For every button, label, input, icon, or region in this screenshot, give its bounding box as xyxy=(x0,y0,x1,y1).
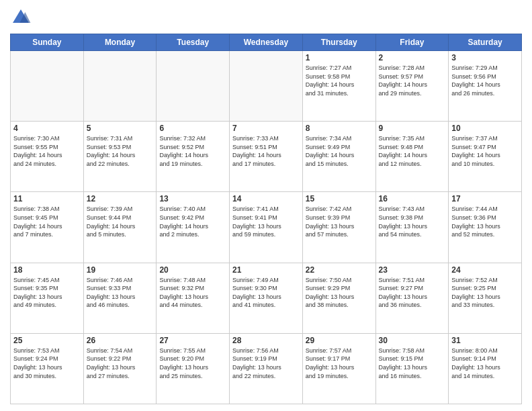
day-of-week-header: Monday xyxy=(83,34,157,51)
day-number: 5 xyxy=(87,124,154,133)
calendar-cell: 27Sunrise: 7:55 AM Sunset: 9:20 PM Dayli… xyxy=(157,333,230,404)
calendar-cell: 15Sunrise: 7:42 AM Sunset: 9:39 PM Dayli… xyxy=(302,192,375,263)
day-of-week-header: Friday xyxy=(375,34,449,51)
day-number: 26 xyxy=(87,336,154,345)
day-number: 30 xyxy=(379,336,446,345)
day-info: Sunrise: 7:29 AM Sunset: 9:56 PM Dayligh… xyxy=(451,64,519,97)
calendar-cell: 12Sunrise: 7:39 AM Sunset: 9:44 PM Dayli… xyxy=(83,192,157,263)
calendar-cell: 21Sunrise: 7:49 AM Sunset: 9:30 PM Dayli… xyxy=(230,263,303,333)
day-number: 7 xyxy=(232,124,300,133)
calendar-cell: 9Sunrise: 7:35 AM Sunset: 9:48 PM Daylig… xyxy=(375,122,449,192)
day-info: Sunrise: 7:42 AM Sunset: 9:39 PM Dayligh… xyxy=(306,205,373,238)
day-of-week-header: Wednesday xyxy=(230,34,303,51)
calendar-cell: 18Sunrise: 7:45 AM Sunset: 9:35 PM Dayli… xyxy=(11,263,84,333)
calendar-cell: 10Sunrise: 7:37 AM Sunset: 9:47 PM Dayli… xyxy=(449,122,522,192)
day-info: Sunrise: 7:49 AM Sunset: 9:30 PM Dayligh… xyxy=(232,276,300,310)
calendar-cell: 16Sunrise: 7:43 AM Sunset: 9:38 PM Dayli… xyxy=(375,192,449,263)
calendar-cell: 6Sunrise: 7:32 AM Sunset: 9:52 PM Daylig… xyxy=(157,122,230,192)
calendar-cell: 24Sunrise: 7:52 AM Sunset: 9:25 PM Dayli… xyxy=(449,263,522,333)
day-info: Sunrise: 7:50 AM Sunset: 9:29 PM Dayligh… xyxy=(306,276,373,310)
logo-icon xyxy=(10,7,32,28)
day-info: Sunrise: 7:39 AM Sunset: 9:44 PM Dayligh… xyxy=(87,205,154,238)
day-info: Sunrise: 7:56 AM Sunset: 9:19 PM Dayligh… xyxy=(232,347,300,380)
day-info: Sunrise: 7:33 AM Sunset: 9:51 PM Dayligh… xyxy=(232,134,300,168)
calendar-cell xyxy=(83,51,157,122)
calendar-cell: 19Sunrise: 7:46 AM Sunset: 9:33 PM Dayli… xyxy=(83,263,157,333)
calendar-week-row: 25Sunrise: 7:53 AM Sunset: 9:24 PM Dayli… xyxy=(11,333,522,404)
day-info: Sunrise: 7:54 AM Sunset: 9:22 PM Dayligh… xyxy=(87,347,154,380)
day-number: 20 xyxy=(159,265,226,275)
day-of-week-header: Sunday xyxy=(11,34,84,51)
day-of-week-header: Thursday xyxy=(302,34,375,51)
day-info: Sunrise: 7:57 AM Sunset: 9:17 PM Dayligh… xyxy=(306,347,373,380)
day-info: Sunrise: 7:48 AM Sunset: 9:32 PM Dayligh… xyxy=(159,276,226,310)
day-info: Sunrise: 7:53 AM Sunset: 9:24 PM Dayligh… xyxy=(13,347,81,380)
page: SundayMondayTuesdayWednesdayThursdayFrid… xyxy=(0,0,532,411)
day-of-week-header: Tuesday xyxy=(157,34,230,51)
calendar-cell: 2Sunrise: 7:28 AM Sunset: 9:57 PM Daylig… xyxy=(375,51,449,122)
calendar-cell xyxy=(230,51,303,122)
day-number: 31 xyxy=(451,336,519,345)
day-info: Sunrise: 7:27 AM Sunset: 9:58 PM Dayligh… xyxy=(306,64,373,97)
day-number: 1 xyxy=(306,53,373,62)
day-info: Sunrise: 7:51 AM Sunset: 9:27 PM Dayligh… xyxy=(379,276,446,310)
calendar-cell: 17Sunrise: 7:44 AM Sunset: 9:36 PM Dayli… xyxy=(449,192,522,263)
calendar-week-row: 1Sunrise: 7:27 AM Sunset: 9:58 PM Daylig… xyxy=(11,51,522,122)
day-info: Sunrise: 7:52 AM Sunset: 9:25 PM Dayligh… xyxy=(451,276,519,310)
day-number: 10 xyxy=(451,124,519,133)
calendar-cell: 13Sunrise: 7:40 AM Sunset: 9:42 PM Dayli… xyxy=(157,192,230,263)
day-number: 8 xyxy=(306,124,373,133)
calendar-cell xyxy=(157,51,230,122)
day-number: 15 xyxy=(306,194,373,203)
day-info: Sunrise: 7:45 AM Sunset: 9:35 PM Dayligh… xyxy=(13,276,81,310)
day-number: 22 xyxy=(306,265,373,275)
day-number: 11 xyxy=(13,194,81,203)
day-number: 13 xyxy=(159,194,226,203)
day-number: 27 xyxy=(159,336,226,345)
day-info: Sunrise: 7:30 AM Sunset: 9:55 PM Dayligh… xyxy=(13,134,81,168)
day-number: 28 xyxy=(232,336,300,345)
day-number: 4 xyxy=(13,124,81,133)
day-info: Sunrise: 7:41 AM Sunset: 9:41 PM Dayligh… xyxy=(232,205,300,238)
day-info: Sunrise: 7:58 AM Sunset: 9:15 PM Dayligh… xyxy=(379,347,446,380)
day-number: 3 xyxy=(451,53,519,62)
calendar-cell: 20Sunrise: 7:48 AM Sunset: 9:32 PM Dayli… xyxy=(157,263,230,333)
calendar-cell: 1Sunrise: 7:27 AM Sunset: 9:58 PM Daylig… xyxy=(302,51,375,122)
calendar-cell: 14Sunrise: 7:41 AM Sunset: 9:41 PM Dayli… xyxy=(230,192,303,263)
day-number: 23 xyxy=(379,265,446,275)
day-info: Sunrise: 7:55 AM Sunset: 9:20 PM Dayligh… xyxy=(159,347,226,380)
calendar-cell: 8Sunrise: 7:34 AM Sunset: 9:49 PM Daylig… xyxy=(302,122,375,192)
calendar-cell: 29Sunrise: 7:57 AM Sunset: 9:17 PM Dayli… xyxy=(302,333,375,404)
day-info: Sunrise: 7:46 AM Sunset: 9:33 PM Dayligh… xyxy=(87,276,154,310)
day-number: 18 xyxy=(13,265,81,275)
day-info: Sunrise: 7:34 AM Sunset: 9:49 PM Dayligh… xyxy=(306,134,373,168)
day-info: Sunrise: 7:44 AM Sunset: 9:36 PM Dayligh… xyxy=(451,205,519,238)
calendar-table: SundayMondayTuesdayWednesdayThursdayFrid… xyxy=(10,34,522,404)
day-number: 12 xyxy=(87,194,154,203)
day-info: Sunrise: 8:00 AM Sunset: 9:14 PM Dayligh… xyxy=(451,347,519,380)
day-number: 9 xyxy=(379,124,446,133)
calendar-cell: 31Sunrise: 8:00 AM Sunset: 9:14 PM Dayli… xyxy=(449,333,522,404)
header xyxy=(10,7,522,28)
day-number: 29 xyxy=(306,336,373,345)
day-number: 21 xyxy=(232,265,300,275)
day-info: Sunrise: 7:35 AM Sunset: 9:48 PM Dayligh… xyxy=(379,134,446,168)
day-info: Sunrise: 7:43 AM Sunset: 9:38 PM Dayligh… xyxy=(379,205,446,238)
calendar-cell: 7Sunrise: 7:33 AM Sunset: 9:51 PM Daylig… xyxy=(230,122,303,192)
calendar-body: 1Sunrise: 7:27 AM Sunset: 9:58 PM Daylig… xyxy=(11,51,522,404)
day-info: Sunrise: 7:37 AM Sunset: 9:47 PM Dayligh… xyxy=(451,134,519,168)
day-info: Sunrise: 7:40 AM Sunset: 9:42 PM Dayligh… xyxy=(159,205,226,238)
calendar-cell: 26Sunrise: 7:54 AM Sunset: 9:22 PM Dayli… xyxy=(83,333,157,404)
day-number: 19 xyxy=(87,265,154,275)
calendar-cell xyxy=(11,51,84,122)
day-info: Sunrise: 7:31 AM Sunset: 9:53 PM Dayligh… xyxy=(87,134,154,168)
day-of-week-header: Saturday xyxy=(449,34,522,51)
logo xyxy=(10,7,34,28)
day-number: 14 xyxy=(232,194,300,203)
day-number: 25 xyxy=(13,336,81,345)
calendar-cell: 28Sunrise: 7:56 AM Sunset: 9:19 PM Dayli… xyxy=(230,333,303,404)
calendar-cell: 11Sunrise: 7:38 AM Sunset: 9:45 PM Dayli… xyxy=(11,192,84,263)
day-number: 17 xyxy=(451,194,519,203)
calendar-header-row: SundayMondayTuesdayWednesdayThursdayFrid… xyxy=(11,34,522,51)
day-number: 2 xyxy=(379,53,446,62)
